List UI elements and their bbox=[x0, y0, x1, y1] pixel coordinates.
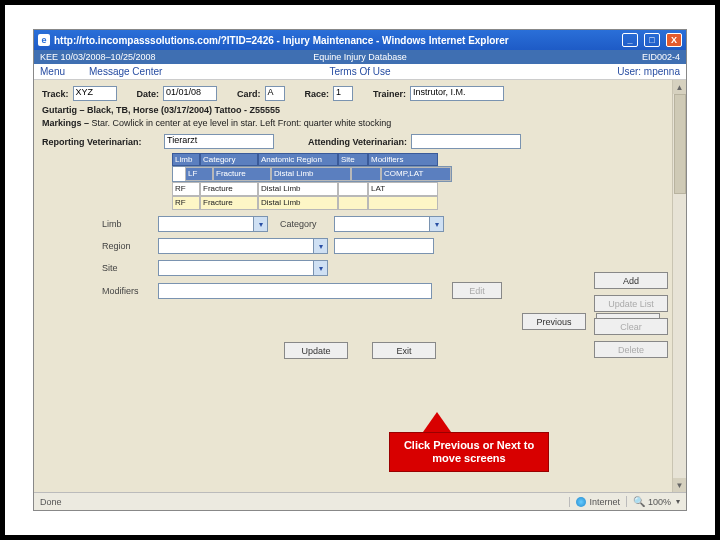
maximize-button[interactable]: □ bbox=[644, 33, 660, 47]
scroll-thumb[interactable] bbox=[674, 94, 686, 194]
previous-button[interactable]: Previous bbox=[522, 313, 586, 330]
site-select[interactable]: ▾ bbox=[158, 260, 328, 276]
limb-select[interactable]: ▾ bbox=[158, 216, 268, 232]
window-titlebar: e http://rto.incompasssolutions.com/?ITI… bbox=[34, 30, 686, 50]
delete-button[interactable]: Delete bbox=[594, 341, 668, 358]
grid-row[interactable]: LF Fracture Distal Limb COMP,LAT bbox=[172, 166, 452, 182]
scroll-up-icon[interactable]: ▲ bbox=[673, 80, 686, 94]
instruction-callout: Click Previous or Next to move screens bbox=[389, 412, 549, 472]
region-label: Region bbox=[102, 241, 152, 251]
region-select[interactable]: ▾ bbox=[158, 238, 328, 254]
update-button[interactable]: Update bbox=[284, 342, 348, 359]
update-list-button[interactable]: Update List bbox=[594, 295, 668, 312]
trainer-label: Trainer: bbox=[373, 89, 406, 99]
trainer-input[interactable]: Instrutor, I.M. bbox=[410, 86, 504, 101]
region-text[interactable] bbox=[334, 238, 434, 254]
attending-vet-label: Attending Veterinarian: bbox=[308, 137, 407, 147]
header-center: Equine Injury Database bbox=[313, 52, 407, 62]
date-label: Date: bbox=[137, 89, 160, 99]
menu-bar: Menu Message Center Terms Of Use User: m… bbox=[34, 64, 686, 80]
horse-description: Gutartig – Black, TB, Horse (03/17/2004)… bbox=[42, 105, 678, 115]
grid-header: Anatomic Region bbox=[258, 153, 338, 166]
status-bar: Done Internet 🔍100%▾ bbox=[34, 492, 686, 510]
close-button[interactable]: X bbox=[666, 33, 682, 47]
chevron-down-icon: ▾ bbox=[253, 217, 267, 231]
reporting-vet-label: Reporting Veterinarian: bbox=[42, 137, 160, 147]
limb-label: Limb bbox=[102, 219, 152, 229]
reporting-vet-input[interactable]: Tierarzt bbox=[164, 134, 274, 149]
app-header: KEE 10/03/2008–10/25/2008 Equine Injury … bbox=[34, 50, 686, 64]
track-label: Track: bbox=[42, 89, 69, 99]
scroll-down-icon[interactable]: ▼ bbox=[673, 478, 686, 492]
date-input[interactable]: 01/01/08 bbox=[163, 86, 217, 101]
edit-button[interactable]: Edit bbox=[452, 282, 502, 299]
user-label: User: mpenna bbox=[617, 66, 680, 77]
clear-button[interactable]: Clear bbox=[594, 318, 668, 335]
chevron-down-icon: ▾ bbox=[313, 261, 327, 275]
header-left: KEE 10/03/2008–10/25/2008 bbox=[40, 52, 156, 62]
card-input[interactable]: A bbox=[265, 86, 285, 101]
globe-icon bbox=[576, 497, 586, 507]
grid-header: Category bbox=[200, 153, 258, 166]
chevron-down-icon: ▾ bbox=[313, 239, 327, 253]
category-label: Category bbox=[280, 219, 328, 229]
injury-grid: Limb Category Anatomic Region Site Modif… bbox=[172, 153, 452, 210]
grid-row[interactable]: RF Fracture Distal Limb bbox=[172, 196, 452, 210]
race-input[interactable]: 1 bbox=[333, 86, 353, 101]
site-label: Site bbox=[102, 263, 152, 273]
ie-icon: e bbox=[38, 34, 50, 46]
status-done: Done bbox=[40, 497, 62, 507]
grid-header: Site bbox=[338, 153, 368, 166]
status-zoom: 100% bbox=[648, 497, 671, 507]
content-area: ▲ ▼ Track: XYZ Date: 01/01/08 Card: A Ra… bbox=[34, 80, 686, 492]
card-label: Card: bbox=[237, 89, 261, 99]
window-title: http://rto.incompasssolutions.com/?ITID=… bbox=[54, 35, 509, 46]
header-right: EID002-4 bbox=[642, 52, 680, 62]
grid-row[interactable]: RF Fracture Distal Limb LAT bbox=[172, 182, 452, 196]
scrollbar[interactable]: ▲ ▼ bbox=[672, 80, 686, 492]
category-select[interactable]: ▾ bbox=[334, 216, 444, 232]
menu-link[interactable]: Menu bbox=[40, 66, 65, 77]
grid-header: Modifiers bbox=[368, 153, 438, 166]
terms-link[interactable]: Terms Of Use bbox=[329, 66, 390, 77]
status-internet: Internet bbox=[589, 497, 620, 507]
message-center-link[interactable]: Message Center bbox=[89, 66, 162, 77]
markings-label: Markings – bbox=[42, 118, 89, 128]
track-input[interactable]: XYZ bbox=[73, 86, 117, 101]
markings-value: Star. Cowlick in center at eye level in … bbox=[92, 118, 392, 128]
callout-arrow-icon bbox=[423, 412, 451, 432]
chevron-down-icon[interactable]: ▾ bbox=[676, 497, 680, 506]
race-label: Race: bbox=[305, 89, 330, 99]
callout-text: Click Previous or Next to move screens bbox=[389, 432, 549, 472]
zoom-icon: 🔍 bbox=[633, 496, 645, 507]
minimize-button[interactable]: _ bbox=[622, 33, 638, 47]
modifiers-input[interactable] bbox=[158, 283, 432, 299]
attending-vet-input[interactable] bbox=[411, 134, 521, 149]
chevron-down-icon: ▾ bbox=[429, 217, 443, 231]
grid-header: Limb bbox=[172, 153, 200, 166]
modifiers-label: Modifiers bbox=[102, 286, 152, 296]
exit-button[interactable]: Exit bbox=[372, 342, 436, 359]
add-button[interactable]: Add bbox=[594, 272, 668, 289]
